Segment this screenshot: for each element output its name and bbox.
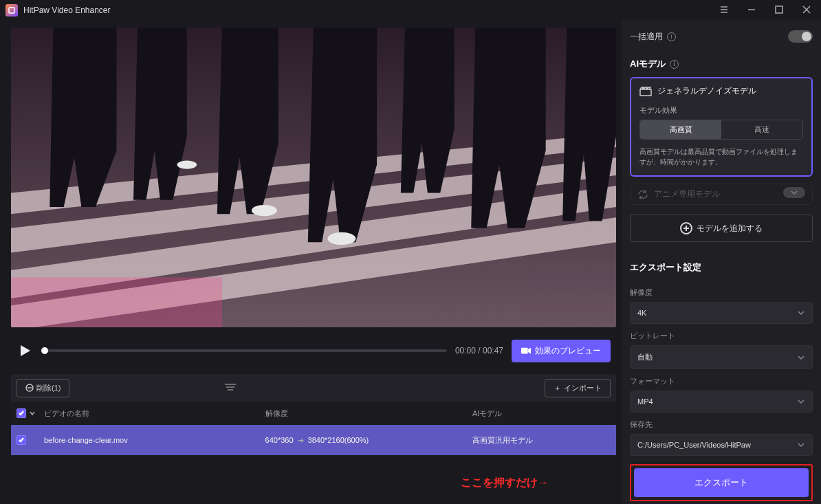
video-preview[interactable] (11, 28, 616, 327)
maximize-icon[interactable] (770, 3, 788, 18)
saveto-label: 保存先 (630, 419, 813, 430)
model-name: ジェネラルデノイズモデル (657, 85, 756, 97)
import-button[interactable]: ＋ インポート (545, 379, 611, 397)
quality-segment: 高画質 高速 (639, 120, 803, 140)
titlebar: HitPaw Video Enhancer (0, 0, 821, 21)
minimize-icon[interactable] (743, 3, 760, 18)
export-highlight: エクスポート (630, 464, 813, 501)
model-description: 高画質モデルは最高品質で動画ファイルを処理しますが、時間がかかります。 (639, 146, 803, 167)
info-icon[interactable]: i (667, 32, 676, 41)
svg-point-8 (252, 205, 277, 216)
saveto-select[interactable]: C:/Users/PC_User/Videos/HitPaw (630, 434, 813, 456)
select-all-checkbox[interactable] (17, 408, 26, 418)
table-row[interactable]: before-change-clear.mov 640*360➔3840*216… (11, 425, 616, 455)
export-button[interactable]: エクスポート (634, 468, 809, 497)
svg-rect-13 (640, 89, 651, 96)
svg-rect-0 (9, 8, 14, 13)
expand-badge[interactable] (783, 187, 805, 198)
row-checkbox[interactable] (17, 435, 26, 445)
refresh-icon (637, 189, 648, 200)
menu-icon[interactable] (715, 3, 733, 18)
export-settings-title: エクスポート設定 (630, 261, 813, 274)
format-select[interactable]: MP4 (630, 391, 813, 413)
row-resolution: 640*360➔3840*2160(600%) (265, 436, 472, 445)
resolution-select[interactable]: 4K (630, 302, 813, 324)
list-menu-icon[interactable] (224, 382, 237, 394)
list-toolbar: 削除(1) ＋ インポート (11, 374, 616, 402)
fast-option[interactable]: 高速 (721, 120, 802, 139)
svg-point-10 (177, 160, 197, 168)
header-model: AIモデル (472, 408, 611, 419)
svg-point-9 (327, 232, 355, 245)
left-pane: 00:00 / 00:47 効果のプレビュー 削除(1) ＋ インポート (0, 21, 622, 504)
effect-preview-label: 効果のプレビュー (535, 345, 601, 357)
model-effect-label: モデル効果 (639, 105, 803, 116)
chevron-down-icon (797, 355, 805, 360)
add-model-button[interactable]: モデルを追加する (630, 215, 813, 242)
plus-circle-icon (680, 222, 692, 234)
plus-icon: ＋ (554, 383, 561, 393)
chevron-down-icon[interactable] (29, 410, 36, 417)
delete-label: 削除(1) (36, 383, 61, 393)
close-icon[interactable] (798, 3, 815, 18)
header-name: ビデオの名前 (44, 408, 265, 419)
svg-rect-7 (11, 277, 222, 327)
annotation-text: ここを押すだけ→ (461, 476, 549, 490)
resolution-label: 解像度 (630, 287, 813, 298)
add-model-label: モデルを追加する (697, 223, 763, 234)
info-icon[interactable]: i (670, 60, 679, 69)
svg-rect-11 (521, 348, 528, 354)
bitrate-label: ビットレート (630, 331, 813, 341)
effect-preview-button[interactable]: 効果のプレビュー (512, 340, 611, 362)
model-card-denoise[interactable]: ジェネラルデノイズモデル モデル効果 高画質 高速 高画質モデルは最高品質で動画… (630, 77, 813, 177)
clapper-icon (639, 87, 652, 96)
chevron-down-icon (797, 442, 805, 448)
import-label: インポート (564, 383, 602, 393)
model2-name: アニメ専用モデル (654, 188, 720, 200)
chevron-down-icon (797, 310, 805, 316)
window-controls (715, 3, 815, 18)
table-header: ビデオの名前 解像度 AIモデル (11, 402, 616, 425)
row-filename: before-change-clear.mov (44, 436, 265, 444)
format-label: フォーマット (630, 376, 813, 386)
arrow-icon: ➔ (298, 436, 304, 444)
svg-rect-1 (776, 6, 782, 13)
app-icon (6, 4, 18, 17)
high-quality-option[interactable]: 高画質 (640, 120, 721, 139)
bitrate-select[interactable]: 自動 (630, 345, 813, 369)
row-model: 高画質汎用モデル (472, 435, 611, 446)
batch-toggle[interactable] (788, 30, 813, 43)
right-panel: 一括適用i AIモデルi ジェネラルデノイズモデル モデル効果 高画質 高速 高… (622, 21, 821, 504)
model-card-anime[interactable]: アニメ専用モデル (630, 184, 813, 205)
batch-apply-label: 一括適用i (630, 31, 676, 43)
header-resolution: 解像度 (265, 408, 472, 419)
app-title: HitPaw Video Enhancer (23, 6, 111, 15)
delete-button[interactable]: 削除(1) (17, 379, 69, 397)
ai-model-title: AIモデルi (630, 58, 813, 70)
player-controls: 00:00 / 00:47 効果のプレビュー (11, 336, 616, 366)
chevron-down-icon (797, 399, 805, 404)
play-button[interactable] (17, 342, 33, 359)
time-display: 00:00 / 00:47 (455, 346, 503, 355)
progress-bar[interactable] (41, 349, 447, 352)
